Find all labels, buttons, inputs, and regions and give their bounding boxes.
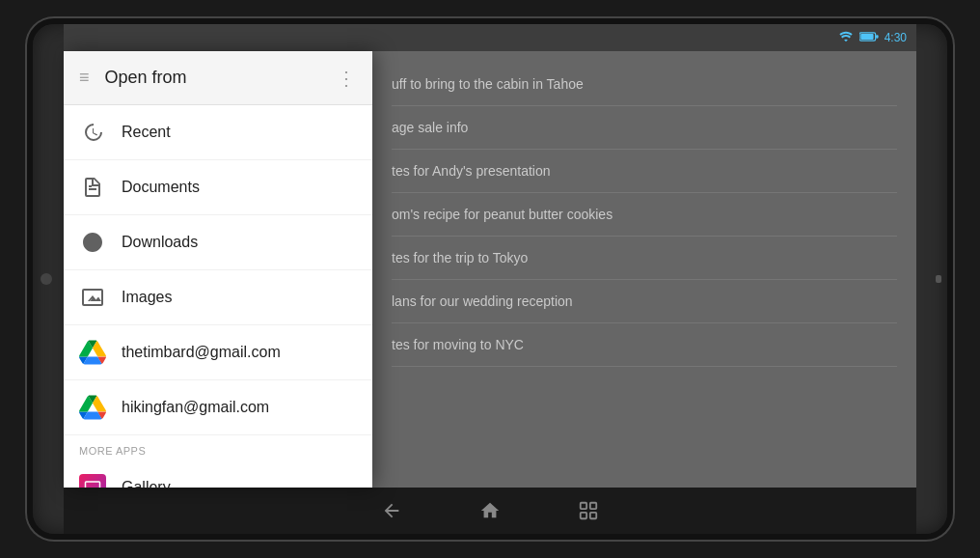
dialog-header: ≡ Open from ⋮ <box>64 51 372 105</box>
downloads-label: Downloads <box>122 234 198 251</box>
note-item: age sale info <box>392 106 897 150</box>
drive1-label: thetimbard@gmail.com <box>122 344 281 361</box>
status-icons: 4:30 <box>838 30 907 45</box>
recent-label: Recent <box>122 124 171 141</box>
menu-item-gallery[interactable]: Gallery <box>64 460 372 488</box>
svg-rect-2 <box>876 35 879 38</box>
menu-item-images[interactable]: Images <box>64 270 372 325</box>
time-display: 4:30 <box>885 31 907 44</box>
note-item: tes for moving to NYC <box>392 323 897 367</box>
status-bar: 4:30 <box>64 24 916 51</box>
menu-item-downloads[interactable]: Downloads <box>64 215 372 270</box>
drive2-label: hikingfan@gmail.com <box>122 399 269 416</box>
main-area: uff to bring to the cabin in Tahoe age s… <box>64 51 916 488</box>
side-button <box>936 275 941 283</box>
note-item: om's recipe for peanut butter cookies <box>392 193 897 237</box>
images-icon <box>79 284 106 311</box>
dialog-title: Open from <box>105 68 337 88</box>
nav-bar <box>64 488 916 534</box>
tablet: 4:30 uff to bring to the cabin in Tahoe … <box>27 18 953 540</box>
wifi-icon <box>838 30 854 45</box>
dialog-content: Recent Documents <box>64 105 372 488</box>
back-button[interactable] <box>381 500 402 521</box>
documents-label: Documents <box>122 179 200 196</box>
menu-item-recent[interactable]: Recent <box>64 105 372 160</box>
svg-rect-3 <box>581 503 586 509</box>
documents-icon <box>79 174 106 201</box>
svg-rect-4 <box>581 513 586 518</box>
menu-item-drive1[interactable]: thetimbard@gmail.com <box>64 325 372 380</box>
svg-rect-6 <box>590 513 596 518</box>
images-label: Images <box>122 289 172 306</box>
recents-button[interactable] <box>578 500 599 521</box>
note-item: tes for the trip to Tokyo <box>392 237 897 280</box>
gallery-label: Gallery <box>122 479 171 488</box>
menu-icon: ≡ <box>79 68 90 88</box>
open-from-dialog: ≡ Open from ⋮ Recent <box>64 51 372 488</box>
menu-item-documents[interactable]: Documents <box>64 160 372 215</box>
home-button[interactable] <box>479 500 501 521</box>
more-icon[interactable]: ⋮ <box>337 67 357 90</box>
gallery-icon <box>79 474 106 488</box>
drive2-icon <box>79 394 106 421</box>
note-item: lans for our wedding reception <box>392 280 897 323</box>
tablet-screen: 4:30 uff to bring to the cabin in Tahoe … <box>64 24 916 534</box>
svg-rect-1 <box>860 34 873 40</box>
note-item: uff to bring to the cabin in Tahoe <box>392 63 897 106</box>
camera-dot <box>41 273 52 285</box>
drive1-icon <box>79 339 106 366</box>
note-item: tes for Andy's presentation <box>392 150 897 193</box>
svg-rect-5 <box>590 503 596 509</box>
recent-icon <box>79 119 106 146</box>
menu-item-drive2[interactable]: hikingfan@gmail.com <box>64 380 372 435</box>
downloads-icon <box>79 229 106 256</box>
more-apps-header: MORE APPS <box>64 435 372 460</box>
battery-icon <box>859 31 879 44</box>
